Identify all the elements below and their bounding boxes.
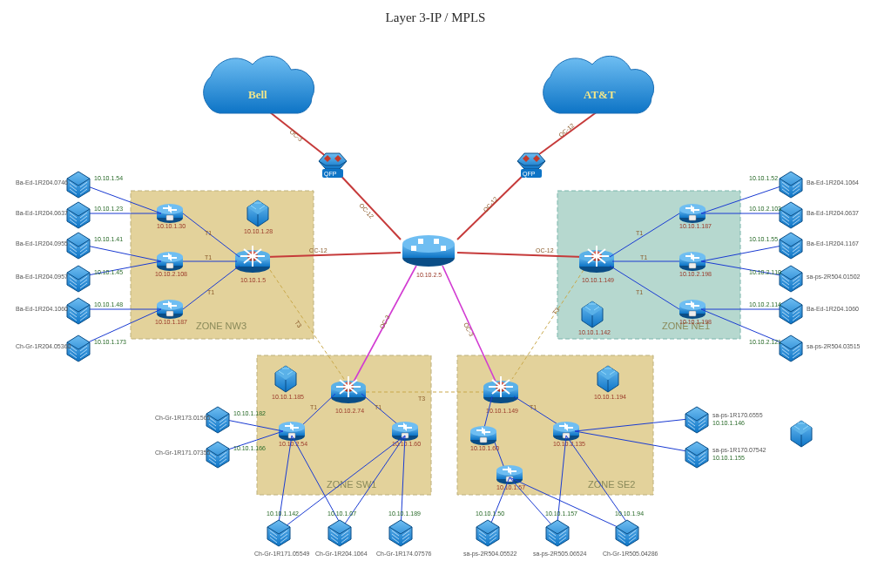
svg-text:10.10.1.5: 10.10.1.5 bbox=[240, 277, 266, 283]
svg-text:Ba-Ed-1R204.0637: Ba-Ed-1R204.0637 bbox=[16, 210, 68, 216]
svg-text:Ba-Ed-1R204.1060: Ba-Ed-1R204.1060 bbox=[16, 306, 68, 312]
svg-text:10.10.1.149: 10.10.1.149 bbox=[582, 277, 614, 283]
svg-text:10.10.1.50: 10.10.1.50 bbox=[476, 510, 504, 517]
satellite-box: Ba-Ed-1R204.063710.10.1.23 bbox=[16, 202, 123, 228]
svg-text:10.10.1.41: 10.10.1.41 bbox=[94, 236, 123, 242]
svg-text:10.10.1.57: 10.10.1.57 bbox=[496, 484, 525, 490]
svg-line-34 bbox=[536, 109, 601, 157]
svg-text:10.10.1.48: 10.10.1.48 bbox=[94, 301, 123, 308]
svg-text:10.10.2.198: 10.10.2.198 bbox=[679, 271, 712, 277]
satellite-box: Ba-Ed-1R204.063710.10.2.103 bbox=[749, 202, 859, 228]
svg-text:T1: T1 bbox=[375, 404, 381, 410]
svg-text:10.10.2.108: 10.10.2.108 bbox=[155, 271, 187, 277]
svg-text:OC-3: OC-3 bbox=[379, 314, 391, 329]
svg-text:sa-ps-2R504.01502: sa-ps-2R504.01502 bbox=[807, 274, 861, 280]
svg-text:OC-3: OC-3 bbox=[463, 321, 475, 337]
svg-text:10.10.1.45: 10.10.1.45 bbox=[94, 269, 123, 275]
satellite-box: 10.10.1.142Ch-Gr-1R171.05549 bbox=[254, 510, 310, 557]
svg-text:OC-12: OC-12 bbox=[483, 196, 499, 213]
satellite-box: sa-ps-1R170.655510.10.1.146 bbox=[685, 407, 763, 433]
svg-text:10.10.1.52: 10.10.1.52 bbox=[749, 175, 778, 181]
svg-text:T1: T1 bbox=[205, 254, 212, 260]
svg-text:10.10.1.173: 10.10.1.173 bbox=[94, 339, 126, 345]
svg-text:10.10.1.182: 10.10.1.182 bbox=[233, 410, 266, 416]
svg-text:Ba-Ed-1R204.0957: Ba-Ed-1R204.0957 bbox=[16, 274, 68, 280]
satellite-box: Ch-Gr-1R173.0156510.10.1.182 bbox=[155, 407, 266, 433]
svg-text:Ba-Ed-1R204.1167: Ba-Ed-1R204.1167 bbox=[807, 240, 859, 247]
svg-text:10.10.1.30: 10.10.1.30 bbox=[157, 223, 186, 229]
svg-text:10.10.1.198: 10.10.1.198 bbox=[679, 319, 712, 325]
page-title: Layer 3-IP / MPLS bbox=[386, 10, 486, 24]
svg-text:AT&T: AT&T bbox=[584, 88, 616, 101]
svg-text:10.10.1.185: 10.10.1.185 bbox=[272, 394, 304, 400]
svg-text:10.10.2.114: 10.10.2.114 bbox=[749, 301, 781, 308]
cloud-bell: Bell bbox=[204, 56, 314, 113]
svg-text:10.10.1.28: 10.10.1.28 bbox=[244, 228, 273, 234]
svg-text:10.10.2.110: 10.10.2.110 bbox=[749, 269, 781, 275]
svg-text:10.10.2.135: 10.10.2.135 bbox=[553, 441, 585, 447]
svg-text:10.10.1.23: 10.10.1.23 bbox=[94, 206, 123, 212]
svg-text:10.10.1.157: 10.10.1.157 bbox=[545, 510, 577, 517]
svg-text:10.10.1.60: 10.10.1.60 bbox=[470, 445, 499, 451]
satellite-box: 10.10.1.157sa-ps-2R505.06524 bbox=[533, 510, 587, 558]
svg-text:T1: T1 bbox=[310, 404, 317, 410]
svg-text:T1: T1 bbox=[636, 230, 643, 236]
svg-text:Ba-Ed-1R204.0955: Ba-Ed-1R204.0955 bbox=[16, 240, 68, 247]
svg-text:Ba-Ed-1R204.0746: Ba-Ed-1R204.0746 bbox=[16, 179, 68, 186]
svg-text:OC-12: OC-12 bbox=[536, 247, 554, 253]
svg-text:Ch-Gr-1R174.07576: Ch-Gr-1R174.07576 bbox=[376, 551, 432, 557]
qfp-right: QFP bbox=[517, 153, 545, 178]
svg-text:Ba-Ed-1R204.1060: Ba-Ed-1R204.1060 bbox=[807, 306, 859, 312]
zone-se2-label: ZONE SE2 bbox=[588, 479, 635, 490]
svg-text:10.10.1.194: 10.10.1.194 bbox=[594, 394, 626, 400]
svg-text:QFP: QFP bbox=[523, 171, 536, 178]
svg-line-35 bbox=[335, 170, 401, 240]
satellite-box: Ba-Ed-1R204.106010.10.2.114 bbox=[749, 298, 859, 324]
svg-text:Ch-Gr-1R505.04286: Ch-Gr-1R505.04286 bbox=[603, 551, 658, 557]
satellite-box: sa-ps-2R504.0351510.10.2.121 bbox=[749, 335, 861, 362]
cloud-att: AT&T bbox=[544, 56, 654, 113]
svg-text:10.10.1.07: 10.10.1.07 bbox=[327, 510, 356, 517]
zone-nw3-label: ZONE NW3 bbox=[196, 321, 246, 331]
svg-text:10.10.2.103: 10.10.2.103 bbox=[749, 206, 781, 212]
satellite-box: sa-ps-2R504.0150210.10.2.110 bbox=[749, 266, 861, 292]
satellite-box: 10.10.1.07Ch-Gr-1R204.1064 bbox=[315, 510, 368, 557]
satellite-box: Ba-Ed-1R204.106410.10.1.52 bbox=[749, 172, 859, 198]
svg-text:Ba-Ed-1R204.0637: Ba-Ed-1R204.0637 bbox=[807, 210, 859, 216]
svg-text:T3: T3 bbox=[418, 395, 425, 402]
svg-text:sa-ps-1R170.07542: sa-ps-1R170.07542 bbox=[712, 447, 766, 454]
svg-text:10.10.1.55: 10.10.1.55 bbox=[749, 236, 778, 242]
satellite-box: Ba-Ed-1R204.095510.10.1.41 bbox=[16, 233, 123, 259]
svg-text:10.10.1.155: 10.10.1.155 bbox=[712, 455, 745, 461]
svg-text:OC-12: OC-12 bbox=[309, 247, 327, 253]
svg-text:10.10.1.94: 10.10.1.94 bbox=[615, 510, 644, 517]
svg-text:10.10.1.189: 10.10.1.189 bbox=[388, 510, 421, 517]
svg-text:10.10.2.74: 10.10.2.74 bbox=[335, 408, 364, 414]
svg-text:10.10.1.54: 10.10.1.54 bbox=[94, 175, 123, 181]
satellite-box: Ba-Ed-1R204.095710.10.1.45 bbox=[16, 266, 123, 292]
svg-text:sa-ps-2R505.06524: sa-ps-2R505.06524 bbox=[533, 551, 587, 558]
svg-text:sa-ps-1R170.6555: sa-ps-1R170.6555 bbox=[712, 412, 763, 419]
svg-text:10.10.2.121: 10.10.2.121 bbox=[749, 339, 781, 345]
svg-text:Ch-Gr-1R204.1064: Ch-Gr-1R204.1064 bbox=[315, 551, 368, 557]
svg-text:T1: T1 bbox=[205, 230, 212, 236]
svg-text:OC-3: OC-3 bbox=[288, 128, 303, 142]
satellite-box: Ch-Gr-1R171.0735510.10.1.166 bbox=[155, 442, 266, 468]
svg-text:T1: T1 bbox=[640, 254, 647, 260]
satellite-box: 10.10.1.94Ch-Gr-1R505.04286 bbox=[603, 510, 658, 557]
svg-text:Ch-Gr-1R204.05360: Ch-Gr-1R204.05360 bbox=[16, 343, 71, 349]
svg-text:OC-12: OC-12 bbox=[358, 202, 375, 220]
svg-text:sa-ps-2R504.05522: sa-ps-2R504.05522 bbox=[463, 551, 517, 558]
orphan-server bbox=[791, 421, 812, 447]
svg-text:10.10.1.166: 10.10.1.166 bbox=[233, 445, 266, 451]
svg-text:10.10.1.149: 10.10.1.149 bbox=[486, 408, 518, 414]
svg-text:sa-ps-2R504.03515: sa-ps-2R504.03515 bbox=[807, 343, 861, 350]
svg-text:10.10.1.187: 10.10.1.187 bbox=[155, 319, 187, 325]
svg-text:10.10.1.187: 10.10.1.187 bbox=[679, 223, 712, 229]
satellite-box: Ba-Ed-1R204.116710.10.1.55 bbox=[749, 233, 859, 259]
qfp-left: QFP bbox=[319, 153, 347, 178]
svg-text:T1: T1 bbox=[207, 289, 214, 295]
svg-text:QFP: QFP bbox=[324, 171, 337, 178]
svg-text:10.10.2.54: 10.10.2.54 bbox=[279, 441, 307, 447]
satellite-box: Ba-Ed-1R204.106010.10.1.48 bbox=[16, 298, 123, 324]
